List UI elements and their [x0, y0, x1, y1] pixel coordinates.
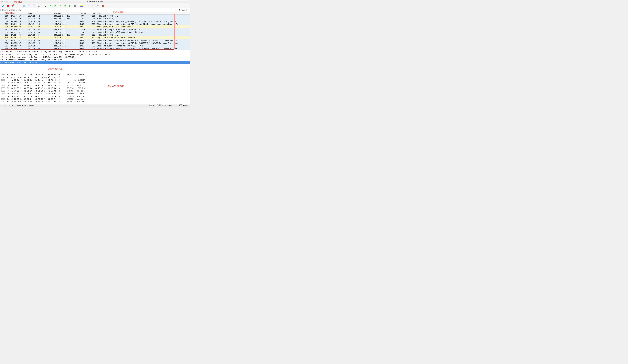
- restart-icon: [11, 5, 14, 7]
- resize-columns-button[interactable]: [101, 4, 105, 8]
- hex-row[interactable]: 008074 70 3a 2f 2f 31 30 2e 34 2e 31 35 …: [1, 95, 189, 98]
- packet-row[interactable]: 69714.95564010.4.15.35224.0.0.251MDNS83S…: [0, 44, 190, 47]
- goto-last-button[interactable]: [68, 4, 72, 8]
- shark-fin-icon: [1, 4, 4, 7]
- start-capture-button[interactable]: [1, 4, 5, 8]
- packet-row[interactable]: 69514.95514110.4.14.148224.0.0.251MDNS12…: [0, 39, 190, 42]
- expression-button[interactable]: 表达式...: [177, 9, 186, 11]
- zoom-out-icon: ⊖: [92, 4, 94, 7]
- zoom-reset-icon: ⊜: [97, 4, 99, 7]
- status-bar: ✎ Wi-Fi: en0: <live capture in progress>…: [0, 104, 190, 107]
- last-icon: [70, 5, 71, 7]
- packet-row[interactable]: 68614.74741710.4.15.142239.255.255.250SS…: [0, 14, 190, 17]
- packet-list-pane: 开始捕获 数据包列表 No. Time Source Destination P…: [0, 12, 190, 50]
- hex-row[interactable]: 0020ff fa 82 6d 07 6c 01 6d 21 4e 4e 4f …: [1, 79, 189, 82]
- zoom-out-button[interactable]: ⊖: [91, 4, 95, 8]
- colorize-icon: [80, 5, 83, 7]
- reload-button[interactable]: [37, 4, 41, 8]
- save-file-button[interactable]: [27, 4, 31, 8]
- col-destination[interactable]: Destination: [53, 12, 79, 14]
- open-file-button[interactable]: [22, 4, 26, 8]
- first-icon: [65, 5, 66, 7]
- hex-row[interactable]: 003020 2a 20 48 54 54 50 2f 31 2e 31 0d …: [1, 82, 189, 84]
- folder-icon: [23, 5, 25, 7]
- status-left: Wi-Fi: en0: <live capture in progress>: [8, 105, 34, 106]
- col-protocol[interactable]: Protocol: [79, 12, 89, 14]
- packet-row[interactable]: 69014.85098310.4.14.10310.4.15.255NBNS92…: [0, 25, 190, 28]
- colorize-button[interactable]: [80, 4, 83, 8]
- window-title: 正在捕获 Wi-Fi: en0: [86, 0, 103, 3]
- arrow-left-icon: [50, 5, 51, 7]
- hex-row[interactable]: 001001 81 00 00 40 00 04 11 6b c5 0a 04 …: [1, 76, 189, 79]
- packet-row[interactable]: 69614.95538710.4.15.224224.0.0.251MDNS11…: [0, 42, 190, 44]
- hex-row[interactable]: 007036 36 0d 0a 4c 4f 43 41 54 49 4f 4e …: [1, 93, 189, 95]
- go-back-button[interactable]: [48, 4, 52, 8]
- packet-row[interactable]: 69214.85223710.4.14.103224.0.0.252LLMNR7…: [0, 31, 190, 34]
- zoom-in-button[interactable]: ⊕: [86, 4, 90, 8]
- save-icon: [28, 4, 30, 7]
- detail-row[interactable]: ▶Ethernet II, Src: WistronN_f5:ab:33 (bc…: [0, 53, 190, 56]
- window-controls[interactable]: [1, 1, 8, 2]
- main-toolbar: 停止捕获 ⊕ ⊖ ⊜: [0, 3, 190, 8]
- col-no[interactable]: No.: [0, 12, 10, 14]
- window-titlebar: 正在捕获 Wi-Fi: en0: [0, 0, 190, 3]
- hex-row[interactable]: 00604f 4e 54 52 4f 4c 3a 20 6d 61 78 2d …: [1, 90, 189, 93]
- reload-icon: [38, 5, 40, 7]
- packet-row[interactable]: 68814.84817810.4.14.195224.0.0.251MDNS15…: [0, 20, 190, 23]
- capture-options-button[interactable]: [15, 4, 19, 8]
- packet-row[interactable]: 68714.74878910.4.14.139239.255.255.250SS…: [0, 17, 190, 20]
- packet-bytes-pane: 实际的二进制传递 000001 00 5e 7f ff fa bc 30 7d …: [0, 73, 190, 104]
- detail-row[interactable]: ▶Simple Service Discovery Protocol: [0, 61, 190, 64]
- search-icon: [45, 5, 46, 7]
- goto-first-button[interactable]: [63, 4, 67, 8]
- add-filter-button[interactable]: +: [186, 9, 190, 11]
- display-filter-input[interactable]: [3, 8, 174, 11]
- wireshark-icon: [86, 1, 88, 2]
- packet-row[interactable]: 69414.95215610.4.15.22110.4.15.255NBNS11…: [0, 36, 190, 39]
- col-info[interactable]: Info: [96, 12, 190, 14]
- packet-details-pane: ▶Frame 253: 399 bytes on wire (3192 bits…: [0, 50, 190, 73]
- restart-capture-button[interactable]: [11, 4, 14, 8]
- packet-row[interactable]: 68914.84965610.4.14.195224.0.0.251MDNS26…: [0, 23, 190, 25]
- goto-icon: [60, 5, 61, 6]
- close-file-icon: [33, 4, 35, 7]
- edit-icon[interactable]: ✎: [4, 105, 6, 106]
- autoscroll-icon: [74, 5, 76, 7]
- hex-row[interactable]: 00903a 34 39 31 35 32 2f 64 65 73 63 72 …: [1, 98, 189, 101]
- packet-row[interactable]: 69814.95613810.4.14.195224.0.0.251MDNS24…: [0, 47, 190, 50]
- col-source[interactable]: Source: [27, 12, 53, 14]
- bookmark-icon[interactable]: [0, 9, 2, 11]
- filter-dropdown[interactable]: ▾: [174, 9, 177, 11]
- hex-row[interactable]: 004054 3a 20 32 33 39 2e 32 35 35 2e 32 …: [1, 84, 189, 87]
- status-profile: 配置: Default: [179, 104, 188, 106]
- gear-icon: [16, 4, 19, 7]
- stop-capture-button[interactable]: [6, 4, 9, 8]
- annot-details: 详细的各层信息: [48, 68, 63, 70]
- packet-list-header[interactable]: No. Time Source Destination Protocol Len…: [0, 12, 190, 14]
- arrow-right-icon: [55, 5, 56, 7]
- goto-packet-button[interactable]: [58, 4, 62, 8]
- detail-row[interactable]: ▶Frame 253: 399 bytes on wire (3192 bits…: [0, 50, 190, 53]
- hex-row[interactable]: 005035 30 3a 31 39 30 30 0d 0a 43 41 43 …: [1, 87, 189, 90]
- stop-icon: [7, 5, 9, 7]
- find-packet-button[interactable]: [44, 4, 47, 8]
- status-packets: 分组: 698 · 已显示: 698 (100.0%): [149, 104, 171, 106]
- close-file-button[interactable]: [32, 4, 36, 8]
- go-forward-button[interactable]: [53, 4, 57, 8]
- filter-bar: ▾ 表达式... +: [0, 8, 190, 12]
- hex-row[interactable]: 000001 00 5e 7f ff fa bc 30 7d f5 ab 33 …: [1, 73, 189, 76]
- expert-info-icon[interactable]: [1, 105, 3, 106]
- columns-icon: [102, 5, 104, 7]
- zoom-reset-button[interactable]: ⊜: [96, 4, 100, 8]
- hex-row[interactable]: 00a06f 6e 2e 78 6d 6c 0d 0a 4e 54 3a 20 …: [1, 101, 189, 103]
- packet-row[interactable]: 69114.85099110.4.14.103224.0.0.252LLMNR7…: [0, 28, 190, 31]
- col-length[interactable]: Length: [89, 12, 96, 14]
- zoom-in-icon: ⊕: [87, 4, 89, 7]
- detail-row[interactable]: ▶Internet Protocol Version 4, Src: 10.4.…: [0, 56, 190, 58]
- packet-row[interactable]: 69314.95110410.4.15.88239.255.255.250SSD…: [0, 34, 190, 36]
- auto-scroll-button[interactable]: [73, 4, 77, 8]
- detail-row[interactable]: ▶User Datagram Protocol, Src Port: 33389…: [0, 58, 190, 61]
- col-time[interactable]: Time: [10, 12, 27, 14]
